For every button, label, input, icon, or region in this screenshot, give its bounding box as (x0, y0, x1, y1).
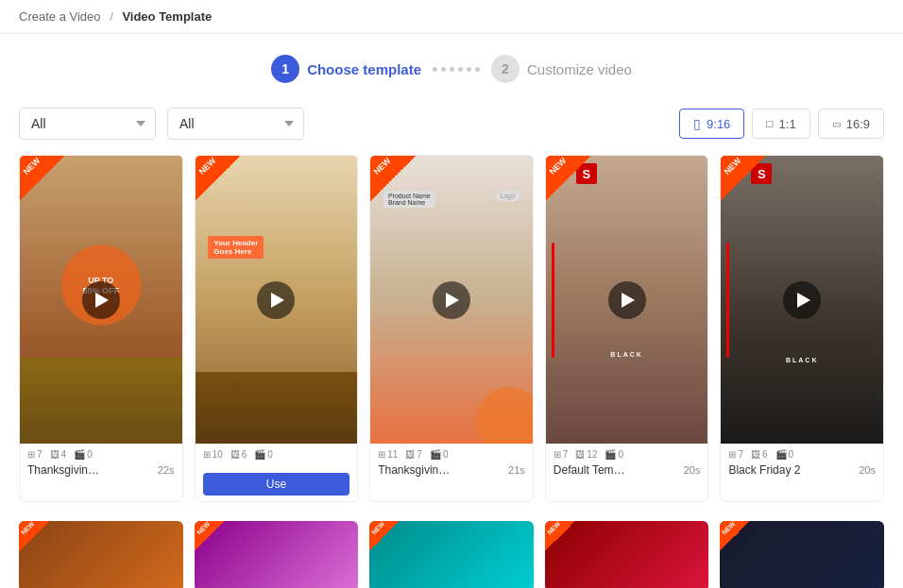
ratio-16-9[interactable]: ▭ 16:9 (818, 109, 884, 139)
thumbnail-thanksgiving2[interactable]: NEW Your HeaderGoes Here (196, 156, 358, 444)
portrait-icon: ▯ (693, 116, 701, 131)
black-label: BLACK (610, 351, 643, 358)
videos-count: 🎬 0 (74, 449, 93, 460)
ratio-9-16[interactable]: ▯ 9:16 (679, 109, 744, 139)
images-count: 🖼 6 (751, 449, 768, 460)
card-name: Thanksgiving 1 (27, 463, 103, 477)
card-duration: 21s (508, 464, 525, 476)
template-card-default: NEW S BLACK ⊞ 7 🖼 (545, 155, 709, 502)
ratio-1-1[interactable]: □ 1:1 (752, 109, 809, 139)
partial-card-4[interactable]: NEW (545, 521, 709, 588)
new-badge: NEW (19, 521, 49, 551)
card-duration: 20s (859, 464, 876, 476)
scenes-count: ⊞ 7 (27, 449, 43, 460)
images-count: 🖼 7 (405, 449, 422, 460)
card-footer: ⊞ 7 🖼 12 🎬 0 Default Templ... 20s (546, 444, 708, 482)
card-stats: ⊞ 11 🖼 7 🎬 0 (378, 449, 525, 460)
card-name: Default Templ... (554, 463, 629, 477)
card-stats: ⊞ 7 🖼 12 🎬 0 (554, 449, 701, 460)
images-count: 🖼 4 (50, 449, 67, 460)
step-1: 1 Choose template (271, 55, 421, 83)
breadcrumb-link[interactable]: Create a Video (19, 9, 101, 24)
scenes-count: ⊞ 7 (554, 449, 569, 460)
use-btn-row: Use (196, 469, 358, 501)
ratio-group: ▯ 9:16 □ 1:1 ▭ 16:9 (679, 109, 884, 139)
template-grid: NEW UP TO50% OFF ⊞ 7 (0, 155, 903, 521)
red-bar (726, 243, 729, 358)
card-stats: ⊞ 7 🖼 4 🎬 0 (27, 449, 175, 460)
use-button[interactable]: Use (203, 473, 350, 496)
images-count: 🖼 12 (575, 449, 597, 460)
square-icon: □ (766, 117, 773, 130)
ratio-1-1-label: 1:1 (779, 117, 796, 131)
breadcrumb: Create a Video / Video Template (0, 0, 903, 34)
card-footer: ⊞ 11 🖼 7 🎬 0 Thanksgiving 3 21s (370, 444, 533, 482)
partial-card-5[interactable]: NEW (720, 521, 884, 588)
template-card-thanksgiving3: NEW Product NameBrand Name Logo ⊞ 11 (369, 155, 534, 502)
step-2-number: 2 (491, 55, 520, 83)
new-badge: NEW (369, 521, 400, 551)
category-filter[interactable]: All (19, 108, 156, 140)
new-badge-text: NEW (22, 156, 43, 176)
card-duration: 20s (684, 464, 701, 476)
card-stats: ⊞ 10 🖼 6 🎬 0 (203, 449, 350, 460)
thumbnail-thanksgiving3[interactable]: NEW Product NameBrand Name Logo (370, 156, 533, 444)
filters-bar: All All ▯ 9:16 □ 1:1 ▭ 16:9 (0, 100, 903, 155)
partial-card-2[interactable]: NEW (195, 521, 359, 588)
thumbnail-thanksgiving1[interactable]: NEW UP TO50% OFF (20, 156, 182, 444)
new-badge: NEW (721, 156, 766, 201)
stepper-dots (433, 67, 480, 72)
scenes-count: ⊞ 10 (203, 449, 223, 460)
red-bar (552, 243, 554, 358)
partial-card-1[interactable]: NEW (19, 521, 183, 588)
ratio-9-16-label: 9:16 (707, 117, 730, 131)
step-2: 2 Customize video (491, 55, 632, 83)
card-duration: 22s (158, 464, 175, 476)
scenes-count: ⊞ 7 (728, 449, 743, 460)
videos-count: 🎬 0 (605, 449, 623, 460)
play-button[interactable] (82, 281, 120, 319)
template-card-thanksgiving1: NEW UP TO50% OFF ⊞ 7 (19, 155, 183, 502)
images-count: 🖼 6 (230, 449, 247, 460)
black-label2: BLACK (786, 357, 819, 363)
step-1-label: Choose template (307, 61, 421, 77)
new-badge: NEW (370, 156, 416, 201)
step-1-number: 1 (271, 55, 299, 83)
card-footer: ⊞ 7 🖼 4 🎬 0 Thanksgiving 1 22s (20, 444, 182, 482)
card-name: Thanksgiving 3 (378, 463, 453, 477)
card-bottom: Black Friday 2 20s (728, 463, 876, 477)
logo-box: Logo (496, 191, 520, 201)
header-overlay: Your HeaderGoes Here (208, 236, 264, 259)
card-stats: ⊞ 7 🖼 6 🎬 0 (728, 449, 876, 460)
step-2-label: Customize video (527, 61, 632, 77)
card-bottom: Thanksgiving 3 21s (378, 463, 525, 477)
new-badge: NEW (545, 521, 575, 551)
stepper: 1 Choose template 2 Customize video (0, 34, 903, 100)
partial-card-3[interactable]: NEW (369, 521, 534, 588)
card-bottom: Default Templ... 20s (554, 463, 701, 477)
thumbnail-default[interactable]: NEW S BLACK (546, 156, 708, 444)
new-badge: NEW (20, 156, 65, 201)
play-button[interactable] (608, 281, 646, 319)
bottom-template-row: NEW NEW NEW NEW NEW (0, 521, 903, 588)
card-bottom: Thanksgiving 1 22s (27, 463, 175, 477)
scenes-count: ⊞ 11 (378, 449, 398, 460)
type-filter[interactable]: All (167, 108, 304, 140)
ratio-16-9-label: 16:9 (846, 117, 870, 131)
play-button[interactable] (433, 281, 470, 319)
videos-count: 🎬 0 (254, 449, 273, 460)
play-button[interactable] (257, 281, 295, 319)
card-footer: ⊞ 7 🖼 6 🎬 0 Black Friday 2 20s (721, 444, 883, 482)
breadcrumb-sep: / (110, 9, 113, 24)
videos-count: 🎬 0 (430, 449, 449, 460)
landscape-icon: ▭ (832, 119, 841, 129)
videos-count: 🎬 0 (775, 449, 794, 460)
play-button[interactable] (783, 281, 821, 319)
new-badge: NEW (195, 521, 225, 551)
new-badge: NEW (196, 156, 241, 201)
card-footer: ⊞ 10 🖼 6 🎬 0 (196, 444, 358, 469)
new-badge: NEW (546, 156, 591, 201)
thumbnail-blackfriday2[interactable]: NEW S BLACK (721, 156, 883, 444)
new-badge: NEW (720, 521, 750, 551)
template-card-thanksgiving2: NEW Your HeaderGoes Here ⊞ 10 🖼 6 (195, 155, 359, 502)
